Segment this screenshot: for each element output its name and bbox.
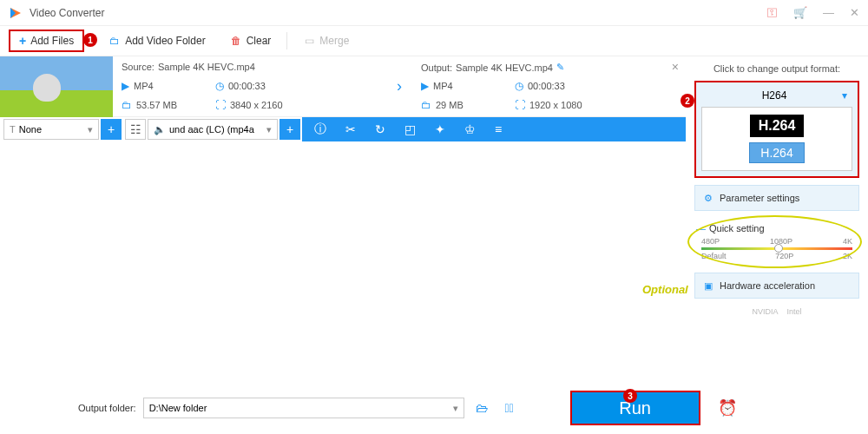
- annotation-badge-1: 1: [83, 33, 97, 47]
- clock-icon: ◷: [515, 80, 523, 92]
- info-tool-icon[interactable]: ⓘ: [314, 122, 326, 137]
- quality-slider[interactable]: [701, 247, 852, 250]
- format-dropdown-icon[interactable]: ▾: [842, 89, 847, 102]
- merge-button: ▭ Merge: [291, 26, 361, 56]
- close-icon[interactable]: ✕: [850, 6, 859, 19]
- format-hint: Click to change output format:: [694, 63, 859, 74]
- audio-select[interactable]: 🔈 und aac (LC) (mp4a ▾: [148, 119, 278, 140]
- titlebar: Video Converter ⚿ 🛒 — ✕: [0, 0, 868, 26]
- toolbar: + Add Files ▼ 🗀 Add Video Folder 🗑 Clear…: [0, 26, 868, 56]
- format-icon: ▶: [122, 80, 129, 92]
- app-title: Video Converter: [30, 7, 766, 19]
- src-duration: 00:00:33: [228, 81, 266, 91]
- output-filename: Sample 4K HEVC.mp4: [456, 62, 553, 73]
- out-format: MP4: [433, 81, 453, 91]
- parameter-settings-button[interactable]: ⚙ Parameter settings: [694, 185, 859, 211]
- preset-720p: 720P: [775, 252, 793, 260]
- chevron-down-icon: ▾: [88, 124, 93, 135]
- chip-icon: ▣: [704, 280, 713, 292]
- intel-logo: Intel: [787, 307, 802, 316]
- output-folder-input[interactable]: D:\New folder ▾: [143, 398, 464, 418]
- minimize-icon[interactable]: —: [823, 6, 834, 19]
- chevron-down-icon: ▾: [266, 124, 272, 135]
- trash-icon: 🗑: [230, 35, 242, 47]
- browse-folder-icon[interactable]: 🗁: [471, 401, 492, 415]
- effect-tool-icon[interactable]: ✦: [435, 122, 445, 136]
- format-icon: ▶: [421, 80, 429, 92]
- format-name: H264: [762, 89, 787, 102]
- video-thumbnail[interactable]: [0, 56, 113, 117]
- slider-knob[interactable]: [774, 244, 783, 253]
- source-filename: Sample 4K HEVC.mp4: [158, 62, 255, 72]
- add-files-label: Add Files: [30, 35, 74, 47]
- output-label: Output:: [421, 62, 452, 73]
- open-folder-icon[interactable]: ▶⃞: [499, 401, 520, 415]
- hardware-accel-button[interactable]: ▣ Hardware acceleration: [694, 273, 859, 299]
- folder-icon: 🗀: [108, 35, 121, 47]
- control-row: T None ▾ + ☷ 🔈 und aac (LC) (mp4a ▾ + ⓘ …: [0, 117, 686, 141]
- subtitle-settings-button[interactable]: ☷: [125, 119, 146, 140]
- resolution-icon: ⛶: [215, 99, 226, 111]
- footer: Output folder: D:\New folder ▾ 🗁 ▶⃞ Run …: [0, 391, 868, 425]
- resolution-icon: ⛶: [515, 99, 525, 111]
- audio-value: und aac (LC) (mp4a: [169, 124, 266, 135]
- sidebar: Click to change output format: H264 ▾ H.…: [686, 56, 868, 378]
- size-icon: 🗀: [122, 99, 132, 111]
- clock-icon: ◷: [215, 80, 224, 92]
- file-row: × Source: Sample 4K HEVC.mp4 ▶MP4 ◷00:00…: [0, 56, 686, 117]
- out-duration: 00:00:33: [528, 81, 565, 91]
- annotation-optional: Optional: [642, 283, 688, 296]
- source-label: Source:: [122, 62, 155, 72]
- param-label: Parameter settings: [720, 193, 799, 203]
- key-icon[interactable]: ⚿: [766, 6, 778, 19]
- out-resolution: 1920 x 1080: [529, 100, 582, 110]
- crop-tool-icon[interactable]: ◰: [404, 122, 416, 136]
- add-folder-button[interactable]: 🗀 Add Video Folder: [96, 26, 218, 56]
- adjust-tool-icon[interactable]: ≡: [495, 122, 502, 136]
- src-size: 53.57 MB: [136, 100, 177, 110]
- schedule-icon[interactable]: ⏰: [718, 398, 737, 418]
- preset-480p: 480P: [701, 237, 720, 246]
- add-folder-label: Add Video Folder: [125, 35, 206, 47]
- merge-icon: ▭: [303, 35, 315, 47]
- subtitle-value: None: [19, 124, 88, 135]
- src-resolution: 3840 x 2160: [230, 100, 283, 110]
- cart-icon[interactable]: 🛒: [793, 6, 807, 19]
- codec-badge-blue: H.264: [749, 142, 804, 163]
- preset-4k: 4K: [843, 237, 852, 246]
- merge-label: Merge: [319, 35, 349, 47]
- edit-icon[interactable]: ✎: [556, 62, 564, 73]
- output-path: D:\New folder: [149, 403, 453, 413]
- cut-tool-icon[interactable]: ✂: [345, 122, 356, 136]
- nvidia-logo: NVIDIA: [752, 307, 778, 316]
- separator: [286, 32, 287, 49]
- size-icon: 🗀: [421, 99, 431, 111]
- rotate-tool-icon[interactable]: ↻: [375, 122, 385, 136]
- remove-file-icon[interactable]: ×: [672, 60, 679, 74]
- add-subtitle-button[interactable]: +: [101, 119, 122, 140]
- app-logo-icon: [9, 6, 23, 20]
- quick-setting-label: Quick setting: [696, 223, 858, 233]
- annotation-badge-2: 2: [681, 94, 694, 108]
- plus-icon: +: [19, 34, 26, 48]
- output-folder-label: Output folder:: [78, 403, 136, 413]
- annotation-badge-3: 3: [623, 389, 637, 403]
- sliders-icon: ⚙: [704, 193, 713, 204]
- add-audio-button[interactable]: +: [279, 119, 300, 140]
- add-files-button[interactable]: + Add Files: [9, 30, 84, 52]
- hw-label: Hardware acceleration: [720, 280, 815, 291]
- edit-toolstrip: ⓘ ✂ ↻ ◰ ✦ ♔ ≡: [302, 117, 686, 141]
- preset-2k: 2K: [843, 252, 852, 260]
- arrow-icon: ›: [386, 56, 412, 116]
- watermark-tool-icon[interactable]: ♔: [464, 122, 476, 136]
- quick-setting-panel: Quick setting 480P 1080P 4K Default 720P…: [694, 218, 859, 266]
- out-size: 29 MB: [436, 100, 464, 110]
- preset-default: Default: [701, 252, 727, 260]
- clear-button[interactable]: 🗑 Clear: [218, 26, 284, 56]
- subtitle-select[interactable]: T None ▾: [3, 119, 99, 140]
- output-info: Output: Sample 4K HEVC.mp4 ✎ ▶MP4 ◷00:00…: [412, 56, 686, 116]
- codec-badge-black: H.264: [750, 115, 805, 137]
- output-format-box[interactable]: H264 ▾ H.264 H.264: [694, 81, 859, 178]
- window-controls: ⚿ 🛒 — ✕: [766, 6, 859, 19]
- clear-label: Clear: [247, 35, 272, 47]
